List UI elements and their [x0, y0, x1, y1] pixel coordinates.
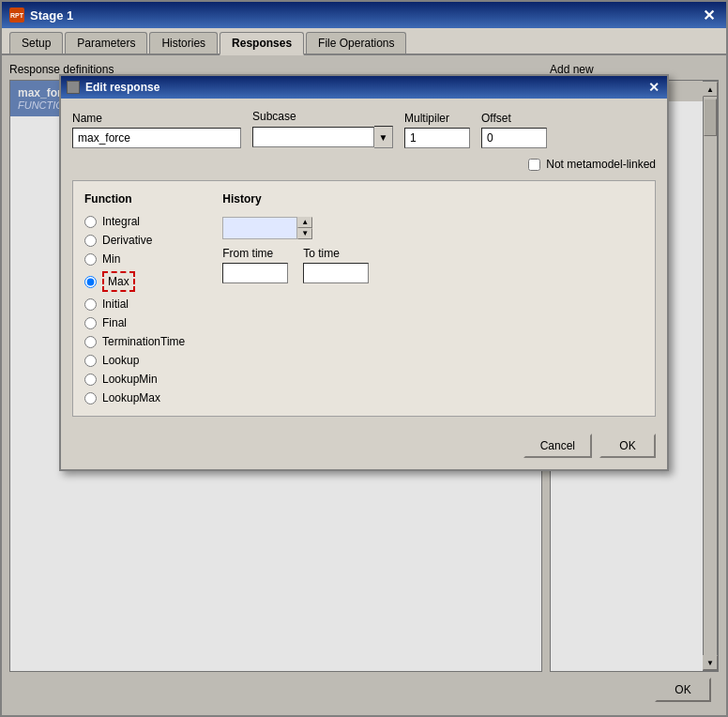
offset-input[interactable] — [481, 128, 547, 148]
app-icon: RPT — [9, 8, 24, 23]
form-row-1: Name Subcase ▼ Multipiler — [72, 110, 656, 148]
radio-integral-input[interactable] — [84, 216, 97, 228]
metamodel-row: Not metamodel-linked — [72, 158, 656, 171]
title-bar: RPT Stage 1 ✕ — [2, 2, 726, 28]
window-title: Stage 1 — [30, 8, 73, 23]
radio-lookup-input[interactable] — [84, 355, 97, 367]
multiplier-group: Multipiler — [404, 112, 470, 148]
history-col: History ▲ ▼ F — [222, 192, 369, 404]
tab-bar: Setup Parameters Histories Responses Fil… — [2, 28, 726, 55]
tab-responses[interactable]: Responses — [220, 32, 304, 55]
radio-derivative-label: Derivative — [102, 234, 152, 247]
offset-label: Offset — [481, 112, 547, 125]
content-area: Response definitions max_force FUNCTION:… — [2, 55, 726, 715]
radio-min-label: Min — [102, 252, 120, 266]
from-time-group: From time — [222, 247, 288, 283]
to-time-label: To time — [303, 247, 369, 260]
radio-max[interactable]: Max — [84, 271, 185, 292]
radio-lookupmin-label: LookupMin — [102, 373, 158, 386]
history-spinner: ▲ ▼ — [222, 217, 369, 239]
title-bar-left: RPT Stage 1 — [9, 8, 73, 23]
radio-initial-label: Initial — [102, 297, 129, 311]
radio-min-input[interactable] — [84, 253, 97, 266]
window-close-button[interactable]: ✕ — [699, 7, 719, 24]
radio-final-input[interactable] — [84, 317, 97, 329]
dialog-icon — [67, 81, 80, 94]
metamodel-label: Not metamodel-linked — [546, 158, 656, 171]
dialog-ok-button[interactable]: OK — [599, 434, 656, 458]
multiplier-label: Multipiler — [404, 112, 470, 125]
subcase-group: Subcase ▼ — [252, 110, 393, 148]
radio-final[interactable]: Final — [84, 316, 185, 329]
radio-terminationtime-input[interactable] — [84, 336, 97, 348]
to-time-group: To time — [303, 247, 369, 283]
radio-lookup-label: Lookup — [102, 354, 139, 367]
main-window: RPT Stage 1 ✕ Setup Parameters Histories… — [0, 0, 728, 717]
function-title: Function — [84, 192, 185, 206]
subcase-input[interactable] — [252, 127, 374, 147]
from-time-input[interactable] — [222, 263, 288, 283]
tab-parameters[interactable]: Parameters — [65, 32, 147, 53]
subcase-dropdown-button[interactable]: ▼ — [374, 126, 393, 148]
tab-setup[interactable]: Setup — [9, 32, 63, 53]
history-input[interactable] — [222, 217, 297, 239]
dialog-close-button[interactable]: ✕ — [646, 80, 661, 95]
dialog-title-bar: Edit response ✕ — [61, 76, 667, 99]
function-col: Function Integral Derivative — [84, 192, 185, 404]
history-title: History — [222, 192, 369, 206]
edit-response-dialog: Edit response ✕ Name Subcase — [59, 74, 669, 471]
radio-terminationtime[interactable]: TerminationTime — [84, 335, 185, 348]
radio-min[interactable]: Min — [84, 252, 185, 266]
radio-derivative[interactable]: Derivative — [84, 234, 185, 247]
dialog-buttons: Cancel OK — [72, 426, 656, 458]
offset-group: Offset — [481, 112, 547, 148]
radio-final-label: Final — [102, 316, 127, 329]
function-panel: Function Integral Derivative — [72, 180, 656, 417]
radio-lookupmin[interactable]: LookupMin — [84, 373, 185, 386]
radio-lookupmax-label: LookupMax — [102, 391, 160, 404]
radio-lookup[interactable]: Lookup — [84, 354, 185, 367]
radio-max-input[interactable] — [84, 276, 97, 288]
subcase-label: Subcase — [252, 110, 393, 123]
time-row: From time To time — [222, 247, 369, 283]
multiplier-input[interactable] — [404, 128, 470, 148]
radio-lookupmax[interactable]: LookupMax — [84, 391, 185, 404]
name-input[interactable] — [72, 128, 241, 148]
radio-max-label: Max — [102, 271, 135, 292]
metamodel-checkbox[interactable] — [528, 159, 540, 171]
radio-lookupmax-input[interactable] — [84, 392, 97, 404]
tab-histories[interactable]: Histories — [149, 32, 218, 53]
dialog-cancel-button[interactable]: Cancel — [523, 434, 592, 458]
radio-integral-label: Integral — [102, 215, 140, 228]
radio-lookupmin-input[interactable] — [84, 374, 97, 386]
dialog-title-text: Edit response — [85, 81, 159, 94]
name-group: Name — [72, 112, 241, 148]
radio-terminationtime-label: TerminationTime — [102, 335, 185, 348]
to-time-input[interactable] — [303, 263, 369, 283]
radio-integral[interactable]: Integral — [84, 215, 185, 228]
radio-derivative-input[interactable] — [84, 235, 97, 247]
history-spinner-down[interactable]: ▼ — [297, 228, 312, 239]
modal-overlay: Edit response ✕ Name Subcase — [2, 55, 726, 715]
radio-initial-input[interactable] — [84, 298, 97, 311]
tab-file-operations[interactable]: File Operations — [306, 32, 406, 53]
name-label: Name — [72, 112, 241, 125]
radio-initial[interactable]: Initial — [84, 297, 185, 311]
from-time-label: From time — [222, 247, 288, 260]
dialog-body: Name Subcase ▼ Multipiler — [61, 99, 667, 469]
history-spinner-up[interactable]: ▲ — [297, 217, 312, 228]
